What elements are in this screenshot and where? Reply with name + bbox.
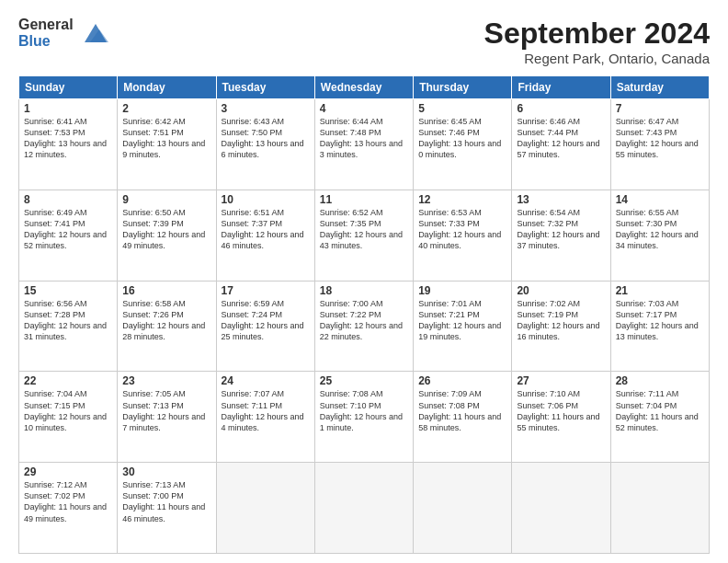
calendar-cell: 27Sunrise: 7:10 AM Sunset: 7:06 PM Dayli… bbox=[512, 372, 610, 463]
calendar-cell bbox=[610, 463, 709, 554]
calendar-cell: 26Sunrise: 7:09 AM Sunset: 7:08 PM Dayli… bbox=[414, 372, 512, 463]
calendar-cell: 5Sunrise: 6:45 AM Sunset: 7:46 PM Daylig… bbox=[414, 99, 512, 190]
day-number: 26 bbox=[418, 374, 506, 387]
calendar-cell: 2Sunrise: 6:42 AM Sunset: 7:51 PM Daylig… bbox=[118, 99, 216, 190]
day-info: Sunrise: 6:45 AM Sunset: 7:46 PM Dayligh… bbox=[418, 116, 506, 161]
day-info: Sunrise: 6:59 AM Sunset: 7:24 PM Dayligh… bbox=[222, 298, 310, 343]
col-friday: Friday bbox=[512, 76, 610, 99]
col-sunday: Sunday bbox=[19, 76, 118, 99]
calendar-cell: 14Sunrise: 6:55 AM Sunset: 7:30 PM Dayli… bbox=[610, 190, 709, 281]
calendar-cell: 25Sunrise: 7:08 AM Sunset: 7:10 PM Dayli… bbox=[314, 372, 413, 463]
calendar-cell: 24Sunrise: 7:07 AM Sunset: 7:11 PM Dayli… bbox=[216, 372, 314, 463]
day-number: 14 bbox=[616, 193, 704, 206]
day-number: 21 bbox=[616, 284, 704, 297]
col-monday: Monday bbox=[118, 76, 216, 99]
day-info: Sunrise: 6:53 AM Sunset: 7:33 PM Dayligh… bbox=[418, 207, 506, 252]
day-info: Sunrise: 6:42 AM Sunset: 7:51 PM Dayligh… bbox=[122, 116, 210, 161]
logo-icon bbox=[81, 20, 110, 46]
day-number: 2 bbox=[122, 102, 210, 115]
logo-general: General bbox=[18, 17, 74, 33]
calendar-cell: 13Sunrise: 6:54 AM Sunset: 7:32 PM Dayli… bbox=[512, 190, 610, 281]
day-info: Sunrise: 7:09 AM Sunset: 7:08 PM Dayligh… bbox=[418, 388, 506, 433]
calendar-cell: 30Sunrise: 7:13 AM Sunset: 7:00 PM Dayli… bbox=[118, 463, 216, 554]
day-number: 3 bbox=[222, 102, 310, 115]
day-info: Sunrise: 6:50 AM Sunset: 7:39 PM Dayligh… bbox=[122, 207, 210, 252]
calendar-cell: 20Sunrise: 7:02 AM Sunset: 7:19 PM Dayli… bbox=[512, 281, 610, 372]
day-number: 10 bbox=[222, 193, 310, 206]
day-info: Sunrise: 7:12 AM Sunset: 7:02 PM Dayligh… bbox=[24, 479, 112, 524]
day-info: Sunrise: 7:03 AM Sunset: 7:17 PM Dayligh… bbox=[616, 298, 704, 343]
logo: General Blue bbox=[18, 17, 110, 49]
calendar-cell: 6Sunrise: 6:46 AM Sunset: 7:44 PM Daylig… bbox=[512, 99, 610, 190]
day-number: 24 bbox=[222, 374, 310, 387]
calendar-cell: 23Sunrise: 7:05 AM Sunset: 7:13 PM Dayli… bbox=[118, 372, 216, 463]
title-block: September 2024 Regent Park, Ontario, Can… bbox=[484, 17, 710, 66]
calendar-cell: 4Sunrise: 6:44 AM Sunset: 7:48 PM Daylig… bbox=[314, 99, 413, 190]
calendar-cell bbox=[414, 463, 512, 554]
day-number: 25 bbox=[320, 374, 408, 387]
logo-blue: Blue bbox=[18, 33, 74, 50]
day-number: 30 bbox=[122, 465, 210, 478]
day-number: 20 bbox=[517, 284, 605, 297]
day-info: Sunrise: 6:47 AM Sunset: 7:43 PM Dayligh… bbox=[616, 116, 704, 161]
day-number: 6 bbox=[517, 102, 605, 115]
day-info: Sunrise: 7:10 AM Sunset: 7:06 PM Dayligh… bbox=[517, 388, 605, 433]
day-info: Sunrise: 6:58 AM Sunset: 7:26 PM Dayligh… bbox=[122, 298, 210, 343]
calendar-cell: 10Sunrise: 6:51 AM Sunset: 7:37 PM Dayli… bbox=[216, 190, 314, 281]
header: General Blue September 2024 Regent Park,… bbox=[18, 17, 710, 66]
day-number: 5 bbox=[418, 102, 506, 115]
day-info: Sunrise: 6:44 AM Sunset: 7:48 PM Dayligh… bbox=[320, 116, 408, 161]
day-number: 17 bbox=[222, 284, 310, 297]
day-number: 22 bbox=[24, 374, 112, 387]
day-info: Sunrise: 7:08 AM Sunset: 7:10 PM Dayligh… bbox=[320, 388, 408, 433]
day-info: Sunrise: 6:41 AM Sunset: 7:53 PM Dayligh… bbox=[24, 116, 112, 161]
week-row-1: 1Sunrise: 6:41 AM Sunset: 7:53 PM Daylig… bbox=[19, 99, 710, 190]
day-number: 27 bbox=[517, 374, 605, 387]
day-info: Sunrise: 7:05 AM Sunset: 7:13 PM Dayligh… bbox=[122, 388, 210, 433]
day-number: 8 bbox=[24, 193, 112, 206]
main-title: September 2024 bbox=[484, 17, 710, 51]
day-number: 29 bbox=[24, 465, 112, 478]
calendar-cell bbox=[512, 463, 610, 554]
day-info: Sunrise: 6:43 AM Sunset: 7:50 PM Dayligh… bbox=[222, 116, 310, 161]
day-info: Sunrise: 6:49 AM Sunset: 7:41 PM Dayligh… bbox=[24, 207, 112, 252]
day-number: 7 bbox=[616, 102, 704, 115]
day-info: Sunrise: 7:04 AM Sunset: 7:15 PM Dayligh… bbox=[24, 388, 112, 433]
calendar-cell: 7Sunrise: 6:47 AM Sunset: 7:43 PM Daylig… bbox=[610, 99, 709, 190]
day-info: Sunrise: 6:46 AM Sunset: 7:44 PM Dayligh… bbox=[517, 116, 605, 161]
day-number: 19 bbox=[418, 284, 506, 297]
calendar-cell bbox=[314, 463, 413, 554]
calendar-header-row: Sunday Monday Tuesday Wednesday Thursday… bbox=[19, 76, 710, 99]
day-number: 23 bbox=[122, 374, 210, 387]
day-info: Sunrise: 6:55 AM Sunset: 7:30 PM Dayligh… bbox=[616, 207, 704, 252]
day-info: Sunrise: 7:00 AM Sunset: 7:22 PM Dayligh… bbox=[320, 298, 408, 343]
calendar-cell: 9Sunrise: 6:50 AM Sunset: 7:39 PM Daylig… bbox=[118, 190, 216, 281]
col-saturday: Saturday bbox=[610, 76, 709, 99]
calendar-cell: 16Sunrise: 6:58 AM Sunset: 7:26 PM Dayli… bbox=[118, 281, 216, 372]
week-row-5: 29Sunrise: 7:12 AM Sunset: 7:02 PM Dayli… bbox=[19, 463, 710, 554]
week-row-3: 15Sunrise: 6:56 AM Sunset: 7:28 PM Dayli… bbox=[19, 281, 710, 372]
calendar-cell: 21Sunrise: 7:03 AM Sunset: 7:17 PM Dayli… bbox=[610, 281, 709, 372]
day-info: Sunrise: 7:02 AM Sunset: 7:19 PM Dayligh… bbox=[517, 298, 605, 343]
subtitle: Regent Park, Ontario, Canada bbox=[484, 51, 710, 66]
day-number: 18 bbox=[320, 284, 408, 297]
day-number: 16 bbox=[122, 284, 210, 297]
calendar-cell: 19Sunrise: 7:01 AM Sunset: 7:21 PM Dayli… bbox=[414, 281, 512, 372]
col-tuesday: Tuesday bbox=[216, 76, 314, 99]
day-info: Sunrise: 7:11 AM Sunset: 7:04 PM Dayligh… bbox=[616, 388, 704, 433]
day-number: 13 bbox=[517, 193, 605, 206]
calendar-cell: 11Sunrise: 6:52 AM Sunset: 7:35 PM Dayli… bbox=[314, 190, 413, 281]
col-wednesday: Wednesday bbox=[314, 76, 413, 99]
day-number: 11 bbox=[320, 193, 408, 206]
calendar-cell: 3Sunrise: 6:43 AM Sunset: 7:50 PM Daylig… bbox=[216, 99, 314, 190]
calendar-cell: 22Sunrise: 7:04 AM Sunset: 7:15 PM Dayli… bbox=[19, 372, 118, 463]
day-number: 15 bbox=[24, 284, 112, 297]
calendar-cell: 17Sunrise: 6:59 AM Sunset: 7:24 PM Dayli… bbox=[216, 281, 314, 372]
day-number: 1 bbox=[24, 102, 112, 115]
calendar-cell: 1Sunrise: 6:41 AM Sunset: 7:53 PM Daylig… bbox=[19, 99, 118, 190]
day-number: 28 bbox=[616, 374, 704, 387]
calendar-cell: 12Sunrise: 6:53 AM Sunset: 7:33 PM Dayli… bbox=[414, 190, 512, 281]
week-row-2: 8Sunrise: 6:49 AM Sunset: 7:41 PM Daylig… bbox=[19, 190, 710, 281]
week-row-4: 22Sunrise: 7:04 AM Sunset: 7:15 PM Dayli… bbox=[19, 372, 710, 463]
day-info: Sunrise: 6:52 AM Sunset: 7:35 PM Dayligh… bbox=[320, 207, 408, 252]
